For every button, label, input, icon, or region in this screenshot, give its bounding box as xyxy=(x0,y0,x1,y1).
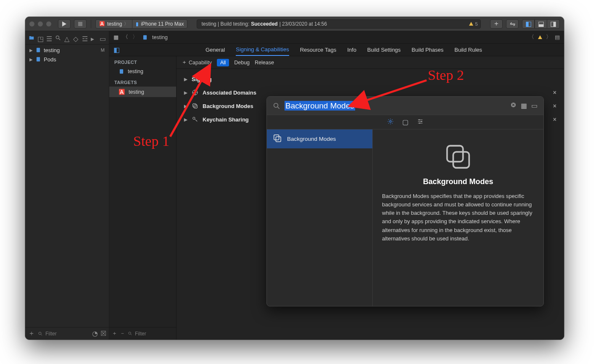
signing-section[interactable]: ▶ Signing xyxy=(184,72,556,86)
report-navigator-icon[interactable]: ▭ xyxy=(100,35,105,41)
toggle-bottom-panel[interactable]: ⬓ xyxy=(535,19,547,29)
toggle-outline-button[interactable]: ◧ xyxy=(109,44,124,56)
svg-rect-24 xyxy=(447,146,463,162)
grid-view-icon[interactable]: ▦ xyxy=(521,102,527,110)
config-all-button[interactable]: All xyxy=(217,59,229,66)
navigator-tabs[interactable]: ◳ ☰ △ ◇ ☲ ▸ ▭ xyxy=(25,31,109,45)
status-prefix: testing | Build testing: xyxy=(201,21,249,27)
capability-search-input[interactable]: Background Modes xyxy=(285,101,506,111)
test-navigator-icon[interactable]: ◇ xyxy=(73,35,79,41)
outline-target-item[interactable]: 🅰️ testing xyxy=(109,87,176,97)
next-issue-button[interactable]: 〉 xyxy=(546,34,551,41)
library-button[interactable]: ＋ xyxy=(490,19,503,29)
svg-rect-3 xyxy=(37,48,40,53)
tree-label: testing xyxy=(44,47,60,53)
svg-point-18 xyxy=(389,120,391,122)
svg-point-9 xyxy=(129,332,131,335)
svg-rect-13 xyxy=(194,105,197,108)
capability-item-label: Background Modes xyxy=(287,136,336,142)
toggle-left-panel[interactable]: ◧ xyxy=(522,19,535,29)
clear-search-button[interactable] xyxy=(510,102,517,110)
back-button[interactable]: 〈 xyxy=(123,34,128,41)
tab-build-rules[interactable]: Build Rules xyxy=(454,44,482,55)
outline-filter-bar: ＋ － Filter xyxy=(109,327,176,340)
forward-button[interactable]: 〉 xyxy=(132,34,138,41)
modifiers-category-icon[interactable] xyxy=(417,118,424,127)
tab-general[interactable]: General xyxy=(206,44,225,55)
stop-button[interactable] xyxy=(74,19,87,29)
scm-filter-icon[interactable]: ☒ xyxy=(100,330,106,338)
find-navigator-icon[interactable] xyxy=(55,35,61,41)
warning-badge[interactable]: 5 xyxy=(469,21,478,26)
editor-options-icon[interactable]: ▤ xyxy=(555,34,560,40)
code-review-button[interactable]: ⇋ xyxy=(506,19,519,29)
debug-navigator-icon[interactable]: ☲ xyxy=(82,35,88,41)
outline-project-item[interactable]: testing xyxy=(109,66,176,76)
scheme-selector[interactable]: 🅰️ testing 〉 ▮ iPhone 11 Pro Max xyxy=(95,19,187,29)
svg-line-16 xyxy=(278,107,279,108)
svg-rect-12 xyxy=(193,104,196,107)
traffic-max[interactable] xyxy=(46,21,51,26)
toggle-right-panel[interactable]: ◨ xyxy=(547,19,560,29)
status-suffix: | 23/03/2020 at 14:56 xyxy=(279,21,327,27)
add-button[interactable]: ＋ xyxy=(28,330,35,338)
list-view-icon[interactable]: ▭ xyxy=(531,102,538,110)
svg-point-19 xyxy=(419,119,420,120)
globe-icon xyxy=(192,89,198,96)
tab-build-phases[interactable]: Build Phases xyxy=(411,44,443,55)
add-capability-button[interactable]: ＋ Capability xyxy=(182,59,212,66)
capability-detail-body: Background Modes specifies that the app … xyxy=(382,192,534,243)
remove-target-button[interactable]: － xyxy=(120,330,125,337)
capability-list-item[interactable]: Background Modes xyxy=(267,129,372,148)
tab-resource-tags[interactable]: Resource Tags xyxy=(300,44,336,55)
svg-point-5 xyxy=(39,332,41,335)
scheme-target-label: testing xyxy=(107,21,122,27)
xcodeproj-icon xyxy=(35,47,41,53)
capability-detail-pane: Background Modes Background Modes specif… xyxy=(373,129,543,306)
status-strong: Succeeded xyxy=(251,21,277,27)
project-navigator-icon[interactable] xyxy=(29,35,34,41)
objects-category-icon[interactable]: ▢ xyxy=(402,118,409,126)
tab-info[interactable]: Info xyxy=(347,44,356,55)
traffic-min[interactable] xyxy=(38,21,43,26)
scm-badge: M xyxy=(101,47,105,53)
device-icon: ▮ xyxy=(136,21,139,27)
outline-filter-input[interactable]: Filter xyxy=(128,331,174,337)
svg-rect-25 xyxy=(453,152,469,168)
xcodeproj-icon xyxy=(35,56,41,62)
project-tree-item-pods[interactable]: ▶ Pods xyxy=(25,55,109,64)
capability-detail-title: Background Modes xyxy=(382,177,534,186)
remove-capability-button[interactable]: × xyxy=(553,103,556,109)
recent-filter-icon[interactable]: ◔ xyxy=(92,330,98,338)
project-tree-item-testing[interactable]: ▶ testing M xyxy=(25,45,109,55)
tab-build-settings[interactable]: Build Settings xyxy=(367,44,401,55)
activity-status: testing | Build testing: Succeeded | 23/… xyxy=(197,19,481,29)
popover-category-toolbar: ▢ xyxy=(267,115,543,129)
svg-rect-7 xyxy=(143,35,147,40)
jumpbar-crumb[interactable]: testing xyxy=(152,34,168,40)
app-icon: 🅰️ xyxy=(119,89,125,95)
source-control-icon[interactable]: ◳ xyxy=(37,35,43,41)
svg-rect-8 xyxy=(120,69,123,74)
run-button[interactable] xyxy=(58,19,71,29)
tab-signing-capabilities[interactable]: Signing & Capabilities xyxy=(236,44,289,56)
config-release-button[interactable]: Release xyxy=(255,60,274,66)
filter-input[interactable]: Filter xyxy=(38,331,90,337)
add-target-button[interactable]: ＋ xyxy=(112,330,117,337)
issue-navigator-icon[interactable]: △ xyxy=(64,35,70,41)
config-debug-button[interactable]: Debug xyxy=(234,60,250,66)
remove-capability-button[interactable]: × xyxy=(553,89,556,96)
capabilities-category-icon[interactable] xyxy=(387,118,394,127)
svg-line-10 xyxy=(131,334,132,335)
xcodeproj-icon xyxy=(142,34,148,40)
symbol-navigator-icon[interactable]: ☰ xyxy=(46,35,52,41)
prev-issue-button[interactable]: 〈 xyxy=(529,34,534,41)
titlebar: 🅰️ testing 〉 ▮ iPhone 11 Pro Max testing… xyxy=(25,17,564,31)
related-items-icon[interactable]: ▦ xyxy=(113,34,119,40)
remove-capability-button[interactable]: × xyxy=(553,116,556,123)
traffic-close[interactable] xyxy=(29,21,34,26)
capability-library-popover: Background Modes ▦ ▭ ▢ xyxy=(266,96,544,306)
breakpoint-navigator-icon[interactable]: ▸ xyxy=(91,35,97,41)
jump-bar[interactable]: ▦ 〈 〉 testing 〈 〉 ▤ xyxy=(109,31,564,44)
svg-rect-0 xyxy=(78,22,82,26)
